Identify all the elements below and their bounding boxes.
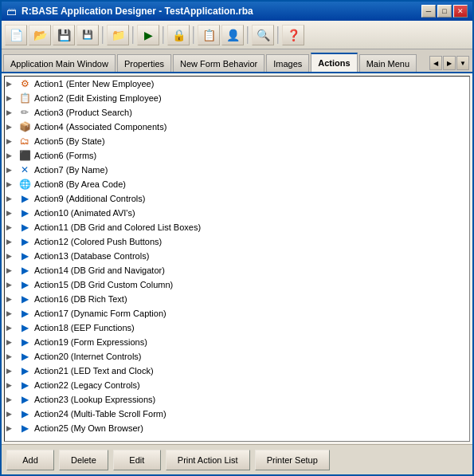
expand-arrow[interactable]: ▶ (6, 252, 18, 260)
tab-actions[interactable]: Actions (311, 53, 357, 72)
list-item[interactable]: ▶ ⚙ Action1 (Enter New Employee) (5, 77, 469, 91)
print-action-list-button[interactable]: Print Action List (166, 450, 250, 470)
item-label: Action16 (DB Rich Text) (34, 294, 127, 304)
list-item[interactable]: ▶ 🗂 Action5 (By State) (5, 134, 469, 148)
item-label: Action15 (DB Grid Custom Column) (34, 280, 173, 289)
list-item[interactable]: ▶ ▶ Action20 (Internet Controls) (5, 349, 469, 364)
expand-arrow[interactable]: ▶ (6, 410, 18, 418)
button-bar: Add Delete Edit Print Action List Printe… (2, 444, 472, 474)
expand-arrow[interactable]: ▶ (6, 195, 18, 203)
expand-arrow[interactable]: ▶ (6, 94, 18, 102)
expand-arrow[interactable]: ▶ (6, 238, 18, 246)
expand-arrow[interactable]: ▶ (6, 367, 18, 375)
toolbar-sep-1 (102, 26, 104, 44)
expand-arrow[interactable]: ▶ (6, 166, 18, 174)
expand-arrow[interactable]: ▶ (6, 424, 18, 432)
open-button[interactable]: 📂 (29, 25, 51, 45)
restore-button[interactable]: □ (437, 5, 452, 18)
item-icon: ▶ (18, 293, 32, 305)
expand-arrow[interactable]: ▶ (6, 137, 18, 145)
item-icon: ✕ (18, 163, 32, 176)
toolbar-sep-4 (193, 26, 194, 44)
item-label: Action1 (Enter New Employee) (34, 79, 154, 89)
printer-setup-button[interactable]: Printer Setup (255, 450, 330, 470)
list-item[interactable]: ▶ ▶ Action16 (DB Rich Text) (5, 292, 469, 306)
item-icon: ▶ (18, 393, 32, 406)
expand-arrow[interactable]: ▶ (6, 324, 18, 332)
list-item[interactable]: ▶ ▶ Action24 (Multi-Table Scroll Form) (5, 407, 469, 421)
expand-arrow[interactable]: ▶ (6, 309, 18, 317)
expand-arrow[interactable]: ▶ (6, 352, 18, 360)
run-button[interactable]: ▶ (137, 25, 159, 45)
list-item[interactable]: ▶ ▶ Action21 (LED Text and Clock) (5, 364, 469, 378)
item-icon: ▶ (18, 336, 32, 348)
expand-arrow[interactable]: ▶ (6, 281, 18, 289)
actions-list[interactable]: ▶ ⚙ Action1 (Enter New Employee) ▶ 📋 Act… (4, 76, 470, 442)
item-label: Action17 (Dynamic Form Caption) (34, 309, 166, 318)
list-item[interactable]: ▶ ▶ Action22 (Legacy Controls) (5, 378, 469, 392)
list-item[interactable]: ▶ 📋 Action2 (Edit Existing Employee) (5, 91, 469, 105)
save-as-button[interactable]: 💾 (76, 25, 99, 45)
item-icon: ▶ (18, 235, 32, 248)
save-button[interactable]: 💾 (53, 25, 75, 45)
list-item[interactable]: ▶ ▶ Action11 (DB Grid and Colored List B… (5, 220, 469, 234)
find-button[interactable]: 🔍 (252, 25, 274, 45)
list-item[interactable]: ▶ ▶ Action9 (Additional Controls) (5, 191, 469, 206)
expand-arrow[interactable]: ▶ (6, 338, 18, 346)
expand-arrow[interactable]: ▶ (6, 80, 18, 88)
list-item[interactable]: ▶ ▶ Action10 (Animated AVI's) (5, 206, 469, 220)
item-icon: 📦 (18, 120, 32, 133)
tab-main-menu[interactable]: Main Menu (359, 54, 417, 72)
expand-arrow[interactable]: ▶ (6, 123, 18, 131)
list-item[interactable]: ▶ ✕ Action7 (By Name) (5, 163, 469, 177)
lock-button[interactable]: 🔒 (167, 25, 190, 45)
list-item[interactable]: ▶ ▶ Action17 (Dynamic Form Caption) (5, 306, 469, 321)
item-label: Action2 (Edit Existing Employee) (34, 93, 162, 103)
item-icon: ▶ (18, 422, 32, 435)
toolbar-sep-2 (132, 26, 134, 44)
expand-arrow[interactable]: ▶ (6, 209, 18, 217)
list-item[interactable]: ▶ ▶ Action13 (Database Controls) (5, 249, 469, 263)
list-item[interactable]: ▶ 🌐 Action8 (By Area Code) (5, 177, 469, 191)
delete-button[interactable]: Delete (59, 450, 108, 470)
list-item[interactable]: ▶ ▶ Action25 (My Own Browser) (5, 421, 469, 435)
expand-arrow[interactable]: ▶ (6, 295, 18, 303)
list-item[interactable]: ▶ ▶ Action14 (DB Grid and Navigator) (5, 263, 469, 277)
tab-images[interactable]: Images (266, 54, 309, 72)
title-bar: 🗃 R:BASE Application Designer - TestAppl… (2, 2, 472, 21)
item-icon: 🗂 (18, 135, 32, 148)
tab-prev-button[interactable]: ◀ (429, 56, 442, 70)
title-bar-left: 🗃 R:BASE Application Designer - TestAppl… (6, 6, 253, 18)
list-item[interactable]: ▶ ▶ Action23 (Lookup Expressions) (5, 392, 469, 407)
expand-arrow[interactable]: ▶ (6, 266, 18, 274)
close-button[interactable]: ✕ (453, 5, 468, 18)
open-folder-button[interactable]: 📁 (107, 25, 129, 45)
tab-new-form[interactable]: New Form Behavior (173, 54, 264, 72)
list-item[interactable]: ▶ ⬛ Action6 (Forms) (5, 148, 469, 163)
list-item[interactable]: ▶ ▶ Action15 (DB Grid Custom Column) (5, 277, 469, 292)
tab-properties[interactable]: Properties (117, 54, 171, 72)
list-item[interactable]: ▶ ✏ Action3 (Product Search) (5, 105, 469, 120)
list-item[interactable]: ▶ ▶ Action12 (Colored Push Buttons) (5, 234, 469, 249)
item-label: Action25 (My Own Browser) (34, 423, 143, 433)
add-button[interactable]: Add (6, 450, 54, 470)
edit-button[interactable]: Edit (113, 450, 161, 470)
tab-main-window[interactable]: Application Main Window (3, 54, 116, 72)
copy-button[interactable]: 📋 (198, 25, 220, 45)
tab-dropdown-button[interactable]: ▼ (456, 56, 469, 70)
tab-next-button[interactable]: ▶ (443, 56, 456, 70)
help-button[interactable]: ❓ (282, 25, 304, 45)
list-item[interactable]: ▶ ▶ Action19 (Form Expressions) (5, 335, 469, 349)
new-button[interactable]: 📄 (5, 25, 27, 45)
expand-arrow[interactable]: ▶ (6, 180, 18, 188)
user-button[interactable]: 👤 (221, 25, 244, 45)
expand-arrow[interactable]: ▶ (6, 108, 18, 116)
expand-arrow[interactable]: ▶ (6, 395, 18, 403)
item-icon: ▶ (18, 207, 32, 219)
expand-arrow[interactable]: ▶ (6, 151, 18, 159)
expand-arrow[interactable]: ▶ (6, 223, 18, 231)
expand-arrow[interactable]: ▶ (6, 381, 18, 389)
minimize-button[interactable]: ─ (421, 5, 436, 18)
list-item[interactable]: ▶ 📦 Action4 (Associated Components) (5, 120, 469, 134)
list-item[interactable]: ▶ ▶ Action18 (EEP Functions) (5, 321, 469, 335)
